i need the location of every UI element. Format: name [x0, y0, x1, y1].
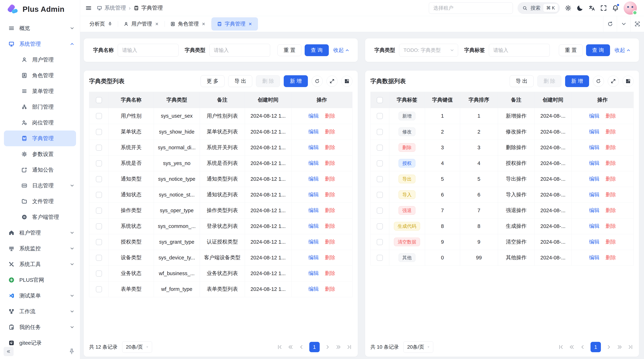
sidebar-item-monitoring[interactable]: 系统监控	[0, 241, 80, 256]
edit-link[interactable]: 编辑	[308, 129, 319, 134]
dict-name-input[interactable]	[118, 44, 178, 57]
export-button[interactable]: 导 出	[228, 75, 252, 87]
dict-tag-input[interactable]	[489, 44, 550, 57]
breadcrumb-item-system[interactable]: 系统管理	[96, 4, 126, 12]
user-avatar[interactable]	[624, 1, 637, 15]
prev-page-button[interactable]	[580, 344, 586, 350]
row-checkbox[interactable]	[377, 192, 383, 198]
notifications-button[interactable]	[612, 4, 619, 12]
more-button[interactable]: 更 多	[200, 75, 224, 87]
delete-link[interactable]: 删除	[325, 144, 335, 150]
sidebar-item-parameters[interactable]: 参数设置	[0, 146, 80, 162]
first-page-button[interactable]	[558, 344, 564, 350]
export-button[interactable]: 导 出	[510, 75, 534, 87]
sidebar-item-logs[interactable]: 日志管理	[0, 178, 80, 193]
add-button[interactable]: 新 增	[284, 75, 308, 87]
dark-mode-moon-icon[interactable]	[576, 4, 584, 12]
add-button[interactable]: 新 增	[565, 75, 589, 87]
select-all-checkbox[interactable]	[377, 97, 383, 103]
delete-link[interactable]: 删除	[325, 160, 335, 166]
delete-link[interactable]: 删除	[606, 192, 616, 197]
close-icon[interactable]	[248, 22, 252, 26]
language-translate-icon[interactable]	[588, 4, 595, 12]
sidebar-item-posts[interactable]: 岗位管理	[0, 115, 80, 130]
row-checkbox[interactable]	[377, 145, 383, 151]
edit-link[interactable]: 编辑	[308, 207, 319, 213]
delete-link[interactable]: 删除	[325, 239, 335, 245]
edit-link[interactable]: 编辑	[308, 255, 319, 260]
tab-roles[interactable]: 角色管理	[165, 16, 211, 32]
sidebar-item-tools[interactable]: 系统工具	[0, 256, 80, 272]
last-page-button[interactable]	[628, 344, 634, 350]
delete-link[interactable]: 删除	[325, 207, 335, 213]
collapse-search-link[interactable]: 收起	[615, 47, 631, 54]
edit-link[interactable]: 编辑	[589, 144, 600, 150]
edit-link[interactable]: 编辑	[589, 192, 600, 197]
sidebar-item-departments[interactable]: 部门管理	[0, 99, 80, 115]
edit-link[interactable]: 编辑	[589, 129, 600, 134]
edit-link[interactable]: 编辑	[589, 207, 600, 213]
edit-link[interactable]: 编辑	[308, 286, 319, 292]
edit-link[interactable]: 编辑	[308, 239, 319, 245]
jump-back-button[interactable]	[569, 344, 575, 350]
edit-link[interactable]: 编辑	[589, 113, 600, 119]
close-icon[interactable]	[201, 22, 206, 26]
sidebar-item-system-management[interactable]: 系统管理	[0, 36, 80, 52]
sidebar-item-clients[interactable]: 客户端管理	[0, 209, 80, 225]
row-checkbox[interactable]	[96, 223, 102, 229]
page-size-select[interactable]: 20条/页	[404, 341, 433, 353]
refresh-table-button[interactable]	[593, 76, 604, 87]
sidebar-item-dictionary[interactable]: 字典管理	[4, 130, 76, 146]
row-checkbox[interactable]	[96, 160, 102, 166]
delete-link[interactable]: 删除	[606, 223, 616, 229]
settings-gear-icon[interactable]	[564, 4, 572, 12]
row-checkbox[interactable]	[96, 286, 102, 292]
page-size-select[interactable]: 20条/页	[122, 341, 152, 353]
reset-button[interactable]: 重 置	[278, 44, 302, 56]
edit-link[interactable]: 编辑	[589, 160, 600, 166]
row-checkbox[interactable]	[96, 208, 102, 214]
sidebar-item-my-tasks[interactable]: 我的任务	[0, 319, 80, 335]
sidebar-item-tenants[interactable]: 租户管理	[0, 225, 80, 241]
expand-table-button[interactable]	[608, 76, 619, 87]
delete-link[interactable]: 删除	[606, 113, 616, 119]
row-checkbox[interactable]	[377, 113, 383, 119]
delete-link[interactable]: 删除	[606, 207, 616, 213]
row-checkbox[interactable]	[96, 145, 102, 151]
current-page-button[interactable]: 1	[590, 342, 601, 352]
row-checkbox[interactable]	[377, 208, 383, 214]
tenant-select-input[interactable]	[429, 2, 513, 14]
edit-link[interactable]: 编辑	[308, 192, 319, 197]
content-fullscreen-button[interactable]	[630, 16, 644, 32]
reset-button[interactable]: 重 置	[559, 44, 583, 56]
jump-back-button[interactable]	[288, 344, 294, 350]
breadcrumb-item-dictionary[interactable]: 字典管理	[134, 4, 163, 12]
delete-link[interactable]: 删除	[606, 255, 616, 260]
sidebar-collapse-button[interactable]	[4, 347, 14, 356]
delete-link[interactable]: 删除	[325, 176, 335, 182]
delete-link[interactable]: 删除	[606, 239, 616, 245]
delete-link[interactable]: 删除	[606, 144, 616, 150]
tab-menu-button[interactable]	[617, 16, 630, 32]
first-page-button[interactable]	[276, 344, 283, 350]
delete-link[interactable]: 删除	[325, 129, 335, 134]
sidebar-item-workflow[interactable]: 工作流	[0, 304, 80, 319]
sidebar-item-plus-site[interactable]: PLUS官网	[0, 272, 80, 288]
refresh-page-button[interactable]	[603, 16, 617, 32]
jump-forward-button[interactable]	[336, 344, 342, 350]
sidebar-item-menus[interactable]: 菜单管理	[0, 83, 80, 99]
jump-forward-button[interactable]	[617, 344, 623, 350]
edit-link[interactable]: 编辑	[589, 176, 600, 182]
delete-link[interactable]: 删除	[606, 176, 616, 182]
global-search-button[interactable]: 搜索 ⌘ K	[518, 2, 560, 14]
column-settings-button[interactable]	[622, 76, 634, 87]
dict-type-input[interactable]	[209, 44, 270, 57]
delete-link[interactable]: 删除	[325, 270, 335, 276]
delete-link[interactable]: 删除	[325, 223, 335, 229]
row-checkbox[interactable]	[96, 129, 102, 135]
row-checkbox[interactable]	[96, 271, 102, 277]
sidebar-toggle-icon[interactable]	[85, 5, 92, 11]
tab-dictionary[interactable]: 字典管理	[212, 17, 258, 30]
edit-link[interactable]: 编辑	[308, 160, 319, 166]
sidebar-item-notices[interactable]: 通知公告	[0, 162, 80, 178]
